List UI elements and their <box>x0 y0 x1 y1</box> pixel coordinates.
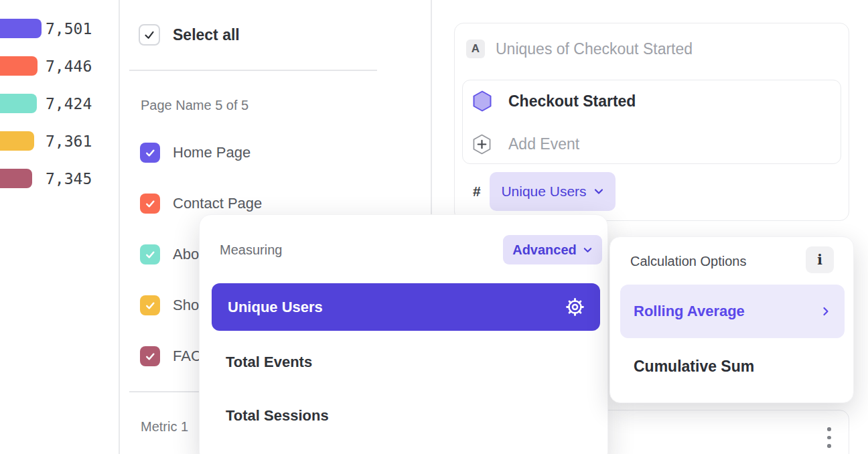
checked-checkbox[interactable] <box>140 346 160 366</box>
breakdown-row-label[interactable]: Contact Page <box>173 194 262 214</box>
select-all-checkbox[interactable] <box>139 24 160 46</box>
menu-option-cumulative-sum[interactable]: Cumulative Sum <box>620 348 845 385</box>
calculation-options-menu: Calculation Options i Rolling Average Cu… <box>609 236 854 403</box>
series-badge[interactable]: A <box>466 40 485 58</box>
series-title-input[interactable]: Uniques of Checkout Started <box>496 40 693 58</box>
menu-option-label: Cumulative Sum <box>634 358 754 376</box>
checked-checkbox[interactable] <box>140 295 160 315</box>
checkmark-icon <box>143 248 157 262</box>
bar-swatch <box>0 19 42 38</box>
legend-value: 7,361 <box>46 131 92 151</box>
legend-value: 7,424 <box>46 94 92 114</box>
menu-option-total-sessions[interactable]: Total Sessions <box>212 393 600 439</box>
info-button[interactable]: i <box>806 246 834 273</box>
breakdown-row-label[interactable]: FAC <box>173 346 202 366</box>
measuring-menu-title: Measuring <box>220 235 282 264</box>
advanced-mode-dropdown[interactable]: Advanced <box>503 235 602 264</box>
chevron-down-icon <box>593 186 604 197</box>
measure-chip-label: Unique Users <box>501 183 586 200</box>
gear-icon[interactable] <box>566 298 584 316</box>
legend-value: 7,446 <box>46 56 92 76</box>
divider <box>129 70 377 71</box>
calculation-options-title: Calculation Options <box>630 248 746 275</box>
menu-option-label: Rolling Average <box>634 303 745 320</box>
menu-option-label: Total Sessions <box>226 407 329 425</box>
breakdown-row: Home Page <box>140 143 421 163</box>
event-card: Checkout Started Add Event <box>462 80 841 164</box>
breakdown-row-label[interactable]: Abo <box>173 244 199 264</box>
event-name[interactable]: Checkout Started <box>508 90 636 112</box>
insights-report-screen: 7,501 7,446 7,424 7,361 7,345 Select all… <box>0 0 868 454</box>
checkmark-icon <box>143 146 157 160</box>
chevron-down-icon <box>583 245 593 255</box>
measure-hash-symbol: # <box>473 172 481 211</box>
checked-checkbox[interactable] <box>140 194 160 214</box>
menu-option-label: Unique Users <box>228 299 323 316</box>
menu-option-label: Total Events <box>226 354 312 371</box>
event-hexagon-icon <box>473 90 492 112</box>
breakdown-row: Contact Page <box>140 194 421 214</box>
bar-swatch <box>0 131 34 151</box>
info-icon: i <box>817 252 822 268</box>
bar-swatch <box>0 169 32 188</box>
menu-option-total-events[interactable]: Total Events <box>212 339 600 385</box>
bar-swatch <box>0 56 38 76</box>
add-event-button[interactable]: Add Event <box>508 134 579 155</box>
measuring-menu: Measuring Advanced Unique Users <box>199 214 608 454</box>
kebab-menu-icon[interactable] <box>827 427 831 448</box>
chevron-right-icon <box>820 306 831 317</box>
breakdown-group-header: Page Name 5 of 5 <box>141 98 248 113</box>
add-event-hexagon-icon <box>473 134 491 155</box>
checkmark-icon <box>143 197 157 211</box>
checkmark-icon <box>143 350 157 364</box>
breakdown-row-label[interactable]: Sho <box>173 295 199 315</box>
bar-swatch <box>0 94 37 113</box>
breakdown-row-label[interactable]: Home Page <box>173 143 250 163</box>
left-panel-divider <box>119 0 120 454</box>
menu-option-unique-users[interactable]: Unique Users <box>212 283 600 331</box>
checked-checkbox[interactable] <box>140 244 160 264</box>
legend-value: 7,501 <box>46 19 92 39</box>
metric-footer-label: Metric 1 <box>141 419 188 435</box>
checkmark-icon <box>143 299 157 313</box>
checkmark-icon <box>142 27 157 42</box>
advanced-mode-label: Advanced <box>512 242 577 258</box>
measure-dropdown-chip[interactable]: Unique Users <box>490 172 616 211</box>
legend-value: 7,345 <box>46 169 92 189</box>
select-all-label[interactable]: Select all <box>173 24 240 46</box>
menu-option-rolling-average[interactable]: Rolling Average <box>620 285 845 338</box>
checked-checkbox[interactable] <box>140 143 160 163</box>
metric-card-a: A Uniques of Checkout Started Checkout S… <box>454 23 849 221</box>
